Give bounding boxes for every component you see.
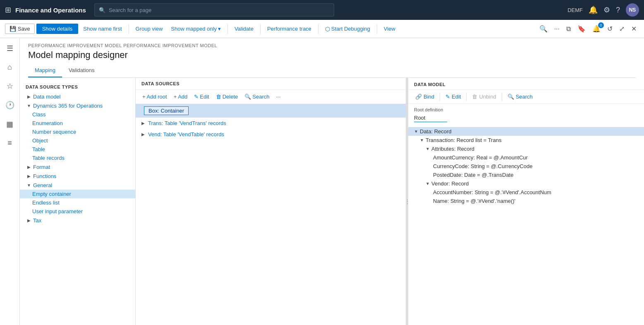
save-icon: 💾 — [10, 26, 16, 32]
global-search-box[interactable]: 🔍 Search for a page — [94, 3, 334, 17]
dm-transaction[interactable]: ▼ Transaction: Record list = Trans — [408, 136, 644, 144]
dm-sep-1 — [440, 93, 440, 101]
home-icon[interactable]: ⌂ — [5, 60, 14, 74]
dm-account-number[interactable]: AccountNumber: String = @.'#Vend'.Accoun… — [408, 188, 644, 197]
edit-button[interactable]: ✎ Edit — [192, 92, 211, 101]
list-icon[interactable]: ≡ — [5, 136, 14, 150]
view-button[interactable]: View — [381, 24, 399, 34]
avatar[interactable]: NS — [626, 3, 639, 17]
dm-attributes[interactable]: ▼ Attributes: Record — [408, 144, 644, 153]
dst-endless-list[interactable]: Endless list — [20, 198, 135, 207]
layout-icon[interactable]: ⧉ — [564, 24, 573, 34]
search-button[interactable]: 🔍 Search — [242, 92, 272, 101]
three-pane: DATA SOURCE TYPES ▶ Data model ▼ Dynamic… — [20, 78, 644, 325]
calendar-icon[interactable]: ▦ — [4, 117, 16, 131]
dm-vendor[interactable]: ▼ Vendor: Record — [408, 179, 644, 188]
dm-amount-currency[interactable]: AmountCurrency: Real = @.AmountCur — [408, 153, 644, 162]
data-model-toolbar: 🔗 Bind ✎ Edit 🗑 Unbind 🔍 — [408, 90, 644, 104]
add-root-button[interactable]: + Add root — [140, 92, 170, 101]
dm-search-button[interactable]: 🔍 Search — [505, 92, 536, 101]
ds-trans[interactable]: ▶ Trans: Table 'VendTrans' records — [136, 118, 406, 129]
dm-posted-date[interactable]: PostedDate: Date = @.TransDate — [408, 171, 644, 179]
show-details-button[interactable]: Show details — [36, 24, 79, 34]
chevron-right-icon-vend: ▶ — [141, 132, 148, 137]
dm-data-record[interactable]: ▼ Data: Record — [408, 127, 644, 136]
search-icon-ds: 🔍 — [244, 94, 251, 100]
user-region: DEMF — [567, 7, 583, 13]
settings-icon[interactable]: ⚙ — [603, 5, 610, 14]
dst-data-model[interactable]: ▶ Data model — [20, 92, 135, 101]
chevron-right-icon: ▶ — [26, 93, 32, 100]
ds-vend[interactable]: ▶ Vend: Table 'VendTable' records — [136, 129, 406, 140]
save-button[interactable]: 💾 Save — [5, 24, 35, 34]
chevron-down-vendor: ▼ — [426, 181, 431, 186]
clock-icon[interactable]: 🕐 — [3, 98, 17, 112]
hamburger-icon[interactable]: ☰ — [4, 41, 16, 55]
dst-tax[interactable]: ▶ Tax — [20, 216, 135, 225]
more-button[interactable]: ··· — [273, 92, 283, 101]
dst-format[interactable]: ▶ Format — [20, 162, 135, 171]
top-navigation: ⊞ Finance and Operations 🔍 Search for a … — [0, 0, 644, 20]
refresh-icon[interactable]: ↺ — [605, 23, 615, 34]
bind-button[interactable]: 🔗 Bind — [412, 92, 437, 101]
help-icon[interactable]: ? — [616, 6, 620, 14]
dm-currency-code[interactable]: CurrencyCode: String = @.CurrencyCode — [408, 162, 644, 171]
unbind-button[interactable]: 🗑 Unbind — [469, 92, 499, 101]
root-definition-label: Root definition — [414, 107, 638, 112]
add-button[interactable]: + Add — [171, 92, 190, 101]
chevron-right-icon-trans: ▶ — [141, 121, 148, 125]
data-sources-header: DATA SOURCES — [136, 78, 406, 90]
expand-icon[interactable]: ⤢ — [617, 23, 627, 34]
dst-number-sequence[interactable]: Number sequence — [20, 128, 135, 136]
chevron-right-icon-functions: ▶ — [26, 173, 32, 179]
toolbar-separator-3 — [260, 24, 261, 34]
tab-validations[interactable]: Validations — [62, 64, 101, 77]
dst-class[interactable]: Class — [20, 110, 135, 119]
close-icon[interactable]: ✕ — [629, 23, 639, 34]
dm-name[interactable]: Name: String = @.'#Vend'.'name()' — [408, 197, 644, 205]
chevron-down-icon: ▼ — [26, 102, 32, 109]
tab-mapping[interactable]: Mapping — [28, 64, 62, 77]
chevron-down-attributes: ▼ — [426, 147, 431, 151]
chevron-right-icon-tax: ▶ — [26, 217, 32, 224]
breadcrumb: PERFORMANCE IMPROVEMENT MODEL PERFORMANC… — [28, 43, 636, 48]
chevron-down-icon: ▾ — [218, 26, 221, 32]
search-placeholder: Search for a page — [109, 7, 151, 13]
dst-enumeration[interactable]: Enumeration — [20, 119, 135, 128]
show-mapped-only-button[interactable]: Show mapped only ▾ — [168, 24, 224, 34]
page-title: Model mapping designer — [28, 50, 636, 60]
search-icon: 🔍 — [99, 7, 105, 13]
dst-table-records[interactable]: Table records — [20, 154, 135, 162]
root-definition-value: Root — [414, 114, 447, 122]
chevron-down-transaction: ▼ — [420, 138, 426, 142]
group-view-button[interactable]: Group view — [132, 24, 166, 34]
start-debugging-button[interactable]: ⬡ Start Debugging — [322, 24, 373, 34]
more-toolbar-icon[interactable]: ··· — [552, 24, 562, 34]
bookmark-icon[interactable]: 🔖 — [575, 23, 588, 34]
dst-object[interactable]: Object — [20, 136, 135, 145]
notification-icon[interactable]: 🔔 — [589, 5, 598, 14]
star-icon[interactable]: ☆ — [4, 79, 16, 93]
dst-functions[interactable]: ▶ Functions — [20, 171, 135, 181]
dst-user-input-parameter[interactable]: User input parameter — [20, 207, 135, 216]
chevron-right-icon-format: ▶ — [26, 164, 32, 170]
data-model-tree: ▼ Data: Record ▼ Transaction: Record lis… — [408, 125, 644, 207]
data-source-types-header: DATA SOURCE TYPES — [20, 82, 135, 92]
delete-button[interactable]: 🗑 Delete — [213, 92, 241, 101]
toolbar-separator-4 — [318, 24, 318, 34]
ds-box-container[interactable]: Box: Container — [136, 104, 406, 118]
dm-edit-button[interactable]: ✎ Edit — [443, 92, 464, 101]
unlink-icon: 🗑 — [472, 94, 477, 100]
dst-table[interactable]: Table — [20, 145, 135, 154]
search-toolbar-icon[interactable]: 🔍 — [537, 23, 550, 34]
validate-button[interactable]: Validate — [231, 24, 257, 34]
dst-empty-container[interactable]: Empty container — [20, 190, 135, 198]
toolbar-separator-2 — [227, 24, 228, 34]
sidebar-left: ☰ ⌂ ☆ 🕐 ▦ ≡ — [0, 38, 20, 325]
performance-trace-button[interactable]: Performance trace — [264, 24, 315, 34]
dst-dynamics365[interactable]: ▼ Dynamics 365 for Operations — [20, 101, 135, 110]
notification-badge-icon[interactable]: 🔔0 — [590, 23, 603, 34]
dst-general[interactable]: ▼ General — [20, 181, 135, 190]
show-name-first-button[interactable]: Show name first — [80, 24, 125, 34]
app-grid-icon[interactable]: ⊞ — [5, 5, 11, 14]
